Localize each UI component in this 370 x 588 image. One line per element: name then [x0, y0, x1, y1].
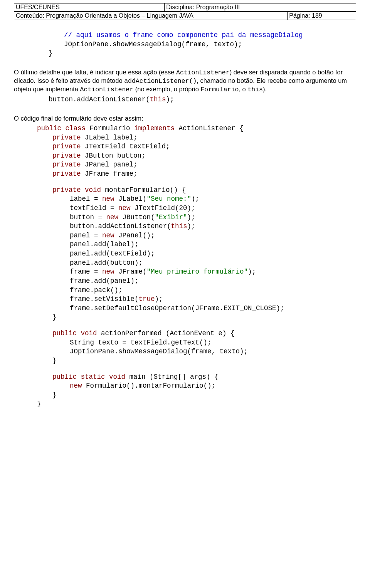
- code-line: JOptionPane.showMessageDialog(frame, tex…: [14, 347, 356, 356]
- code-line: private JLabel label;: [14, 133, 356, 143]
- document-body: // aqui usamos o frame como componente p…: [14, 31, 356, 409]
- code-line: frame = new JFrame("Meu primeiro formulá…: [14, 267, 356, 277]
- code-line: panel.add(button);: [14, 259, 356, 268]
- code-line: }: [14, 391, 356, 400]
- paragraph: O código final do formulário deve estar …: [14, 114, 356, 123]
- code-line: button = new JButton("Exibir");: [14, 213, 356, 222]
- code-line: }: [14, 400, 356, 409]
- code-line: frame.setDefaultCloseOperation(JFrame.EX…: [14, 304, 356, 313]
- code-line: String texto = textField.getText();: [14, 338, 356, 348]
- code-line: private JFrame frame;: [14, 170, 356, 179]
- paragraph: O último detalhe que falta, é indicar qu…: [14, 68, 356, 94]
- code-line: JOptionPane.showMessageDialog(frame, tex…: [14, 40, 356, 49]
- code-line: frame.add(panel);: [14, 277, 356, 286]
- code-line: public static void main (String[] args) …: [14, 373, 356, 382]
- code-line: }: [14, 313, 356, 322]
- code-line: button.addActionListener(this);: [14, 222, 356, 231]
- code-line: private JTextField textField;: [14, 142, 356, 151]
- code-comment: // aqui usamos o frame como componente p…: [14, 31, 356, 40]
- code-line: button.addActionListener(this);: [14, 95, 356, 104]
- code-line: panel.add(label);: [14, 240, 356, 249]
- code-line: }: [14, 356, 356, 366]
- code-line: panel.add(textField);: [14, 249, 356, 259]
- code-line: private JButton button;: [14, 151, 356, 161]
- code-line: frame.pack();: [14, 286, 356, 295]
- code-line: frame.setVisible(true);: [14, 295, 356, 304]
- header-bottom-right: Página: 189: [288, 12, 356, 20]
- code-line: public class Formulario implements Actio…: [14, 124, 356, 133]
- code-line: new Formulario().montarFormulario();: [14, 381, 356, 391]
- code-line: panel = new JPanel();: [14, 231, 356, 240]
- code-line: public void actionPerformed (ActionEvent…: [14, 329, 356, 338]
- document-header: UFES/CEUNES Disciplina: Programação III …: [14, 3, 356, 20]
- code-line: label = new JLabel("Seu nome:");: [14, 195, 356, 204]
- code-line: private void montarFormulario() {: [14, 186, 356, 195]
- header-top-right: Disciplina: Programação III: [165, 3, 356, 12]
- code-line: private JPanel panel;: [14, 160, 356, 170]
- code-line: textField = new JTextField(20);: [14, 204, 356, 213]
- header-bottom-left: Conteúdo: Programação Orientada a Objeto…: [14, 12, 288, 20]
- code-line: }: [14, 49, 356, 58]
- header-top-left: UFES/CEUNES: [14, 3, 165, 12]
